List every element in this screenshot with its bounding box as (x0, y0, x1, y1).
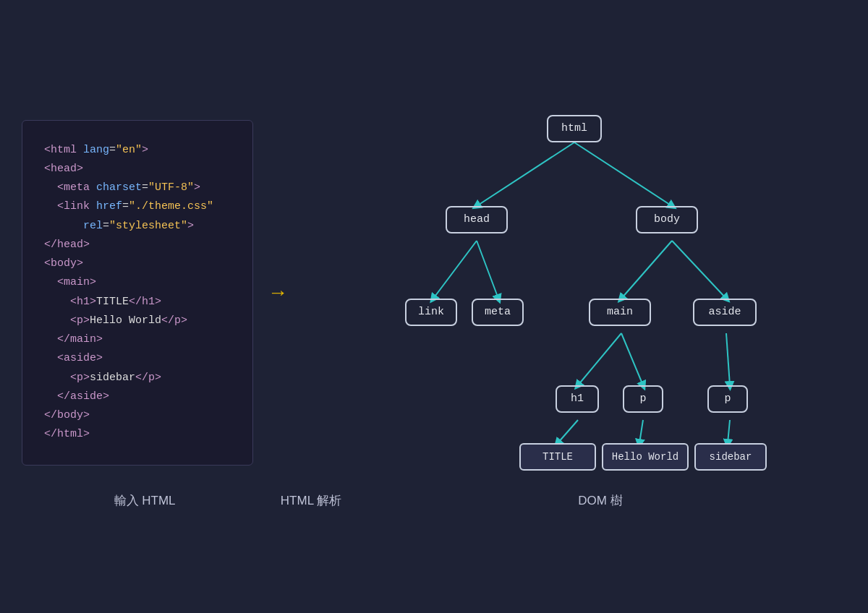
svg-line-8 (726, 333, 730, 385)
code-line-11: </main> (44, 330, 231, 349)
node-head: head (446, 206, 508, 233)
main-container: <html lang="en"> <head> <meta charset="U… (0, 105, 868, 481)
code-line-4: <link href="./theme.css" (44, 197, 231, 216)
node-body: body (636, 206, 698, 233)
node-link: link (405, 299, 457, 326)
code-line-5: rel="stylesheet"> (44, 217, 231, 236)
svg-line-4 (621, 241, 672, 299)
code-line-12: <aside> (44, 349, 231, 368)
code-line-3: <meta charset="UTF-8"> (44, 179, 231, 197)
node-aside: aside (693, 299, 757, 326)
svg-line-7 (621, 333, 643, 385)
code-line-15: </body> (44, 406, 231, 425)
svg-line-11 (728, 420, 730, 443)
node-helloworld-leaf: Hello World (602, 443, 689, 471)
code-line-9: <h1>TITLE</h1> (44, 293, 231, 312)
code-line-16: </html> (44, 425, 231, 444)
arrow-section: → (253, 283, 302, 303)
code-line-7: <body> (44, 254, 231, 273)
captions-row: 輸入 HTML HTML 解析 DOM 樹 (0, 484, 868, 509)
svg-line-5 (672, 241, 726, 299)
node-html: html (547, 115, 602, 142)
node-meta: meta (472, 299, 524, 326)
code-line-1: <html lang="en"> (44, 141, 231, 160)
dom-section: html head body link meta main (302, 105, 846, 481)
node-main: main (589, 299, 651, 326)
svg-line-3 (477, 241, 498, 299)
code-line-13: <p>sidebar</p> (44, 369, 231, 387)
code-line-14: </aside> (44, 387, 231, 406)
node-title-leaf: TITLE (519, 443, 596, 471)
svg-line-10 (639, 420, 643, 443)
caption-dom: DOM 樹 (354, 492, 846, 509)
parse-arrow: → (268, 283, 288, 303)
node-h1: h1 (556, 385, 599, 413)
node-sidebar-leaf: sidebar (694, 443, 767, 471)
caption-parse: HTML 解析 (268, 492, 354, 509)
svg-line-6 (578, 333, 621, 385)
svg-line-2 (433, 241, 477, 299)
code-line-10: <p>Hello World</p> (44, 312, 231, 330)
svg-line-0 (477, 142, 574, 206)
code-line-8: <main> (44, 273, 231, 292)
node-p-main: p (623, 385, 663, 413)
code-line-2: <head> (44, 160, 231, 179)
code-line-6: </head> (44, 236, 231, 254)
dom-tree: html head body link meta main (365, 105, 784, 481)
tree-lines-svg (365, 105, 784, 481)
svg-line-1 (574, 142, 672, 206)
caption-code: 輸入 HTML (22, 492, 268, 509)
svg-line-9 (558, 420, 578, 443)
code-panel: <html lang="en"> <head> <meta charset="U… (22, 120, 253, 466)
node-p-aside: p (707, 385, 748, 413)
